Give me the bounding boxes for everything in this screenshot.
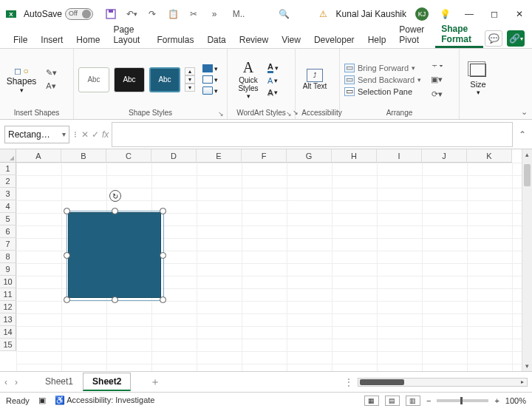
accessibility-status[interactable]: ♿ Accessibility: Investigate	[55, 396, 155, 405]
resize-handle-n[interactable]	[112, 208, 118, 214]
tab-review[interactable]: Review	[233, 32, 274, 48]
macro-recorder-icon[interactable]: ▣	[38, 396, 46, 405]
style-option-2[interactable]: Abc	[114, 67, 145, 92]
send-backward-button[interactable]: ▭Send Backward▾	[344, 75, 421, 84]
shape-effects-button[interactable]: ▾	[202, 86, 218, 95]
sheet-nav-prev-icon[interactable]: ‹	[4, 377, 7, 387]
scroll-right-icon[interactable]: ▸	[518, 379, 527, 386]
scroll-up-icon[interactable]: ▴	[522, 149, 532, 160]
save-icon[interactable]	[103, 7, 118, 21]
autosave-toggle[interactable]: AutoSave Off	[24, 8, 93, 20]
search-text[interactable]: M..	[228, 7, 250, 21]
rotation-handle[interactable]	[109, 190, 121, 202]
selection-pane-button[interactable]: ▭Selection Pane	[344, 87, 421, 96]
row-headers[interactable]: 1 2 3 4 5 6 7 8 9 10 11 12 13 14 15	[0, 163, 16, 351]
wordart-launcher-icon[interactable]: ↘	[286, 110, 292, 118]
cut-icon[interactable]: ✂	[186, 7, 201, 21]
resize-handle-e[interactable]	[160, 252, 166, 259]
cancel-formula-icon[interactable]: ✕	[81, 129, 89, 140]
bring-forward-button[interactable]: ▭Bring Forward▾	[344, 64, 421, 72]
tab-data[interactable]: Data	[201, 32, 231, 48]
shapes-button[interactable]: ◻○ Shapes ▾	[4, 66, 38, 94]
tab-page-layout[interactable]: Page Layout	[107, 21, 149, 48]
quick-styles-button[interactable]: A Quick Styles ▾	[232, 59, 265, 100]
maximize-button[interactable]: ◻	[486, 6, 502, 22]
gallery-more-icon[interactable]: ▾	[185, 84, 195, 92]
name-box[interactable]: Rectang… ▾	[4, 126, 69, 143]
resize-handle-s[interactable]	[112, 296, 118, 303]
qat-more-icon[interactable]: »	[207, 7, 222, 21]
scroll-down-icon[interactable]: ▾	[522, 361, 532, 371]
undo-icon[interactable]: ↶▾	[124, 7, 139, 21]
tab-help[interactable]: Help	[362, 32, 392, 48]
sheet-options-icon[interactable]: ⋮	[344, 377, 353, 387]
rotate-button[interactable]: ⟳▾	[430, 89, 443, 100]
close-button[interactable]: ✕	[511, 6, 528, 22]
zoom-slider[interactable]	[437, 399, 488, 402]
text-outline-button[interactable]: A▾	[267, 76, 279, 85]
sheet-tab-sheet1[interactable]: Sheet1	[35, 373, 83, 391]
alt-text-button[interactable]: ⤴ Alt Text	[300, 69, 330, 90]
tab-home[interactable]: Home	[70, 32, 106, 48]
group-button[interactable]: ▣▾	[430, 75, 443, 85]
paste-icon[interactable]: 📋	[166, 7, 180, 21]
collapse-ribbon-icon[interactable]: ⌄	[521, 107, 528, 117]
shape-outline-button[interactable]: ▾	[202, 75, 218, 84]
align-button[interactable]: ⫟▾	[430, 60, 443, 70]
text-box-icon[interactable]: A▾	[44, 81, 58, 92]
style-option-3[interactable]: Abc	[149, 67, 180, 92]
tab-file[interactable]: File	[7, 32, 33, 48]
gallery-up-icon[interactable]: ▴	[185, 67, 195, 75]
normal-view-button[interactable]: ▦	[364, 396, 379, 406]
accessibility-launcher-icon[interactable]: ↘	[293, 109, 299, 116]
lightbulb-icon[interactable]: 💡	[437, 7, 452, 21]
text-effects-button[interactable]: A▾	[267, 88, 279, 97]
tab-developer[interactable]: Developer	[308, 32, 361, 48]
add-sheet-button[interactable]: ＋	[150, 376, 160, 389]
hscroll-thumb[interactable]	[360, 379, 404, 385]
edit-shape-icon[interactable]: ✎▾	[44, 68, 58, 78]
sheet-nav-next-icon[interactable]: ›	[15, 377, 18, 387]
style-option-1[interactable]: Abc	[78, 67, 109, 92]
horizontal-scrollbar[interactable]: ◂ ▸	[358, 378, 528, 387]
page-break-view-button[interactable]: ▥	[406, 396, 420, 406]
zoom-level[interactable]: 100%	[505, 396, 526, 405]
resize-handle-nw[interactable]	[64, 208, 70, 214]
tab-view[interactable]: View	[276, 32, 307, 48]
tab-insert[interactable]: Insert	[35, 32, 69, 48]
resize-handle-ne[interactable]	[160, 208, 166, 214]
resize-handle-sw[interactable]	[64, 296, 70, 303]
gallery-down-icon[interactable]: ▾	[185, 75, 195, 84]
zoom-out-button[interactable]: −	[426, 396, 431, 405]
resize-handle-w[interactable]	[64, 252, 70, 259]
zoom-in-button[interactable]: +	[494, 396, 499, 405]
tab-shape-format[interactable]: Shape Format	[435, 21, 483, 48]
column-headers[interactable]: A B C D E F G H I J K	[16, 149, 522, 163]
tab-formulas[interactable]: Formulas	[151, 32, 200, 48]
shape-fill-button[interactable]: ▾	[202, 64, 218, 72]
resize-handle-se[interactable]	[160, 296, 166, 303]
shape-styles-gallery[interactable]: Abc Abc Abc ▴ ▾ ▾	[78, 67, 195, 92]
select-all-button[interactable]	[0, 149, 16, 163]
text-fill-button[interactable]: A▾	[267, 62, 279, 73]
comments-button[interactable]: 💬	[485, 30, 502, 47]
vertical-scrollbar[interactable]: ▴ ▾	[522, 149, 532, 371]
page-layout-view-button[interactable]: ▤	[385, 396, 400, 406]
sheet-tab-sheet2[interactable]: Sheet2	[83, 373, 131, 391]
redo-icon[interactable]: ↷	[145, 7, 160, 21]
expand-formula-bar-icon[interactable]: ⌃	[517, 129, 528, 140]
share-button[interactable]: 🔗▾	[507, 30, 525, 47]
rectangle-shape[interactable]	[68, 212, 161, 298]
formula-bar[interactable]	[112, 122, 513, 147]
chevron-down-icon[interactable]: ▾	[62, 130, 66, 138]
shape-styles-launcher-icon[interactable]: ↘	[218, 110, 224, 118]
minimize-button[interactable]: —	[461, 6, 477, 22]
size-button[interactable]: Size ▾	[464, 64, 492, 96]
fx-icon[interactable]: fx	[102, 129, 109, 140]
user-avatar[interactable]: KJ	[415, 7, 429, 21]
search-icon[interactable]: 🔍	[277, 7, 292, 21]
scroll-thumb[interactable]	[524, 164, 531, 186]
tab-power-pivot[interactable]: Power Pivot	[393, 21, 434, 48]
worksheet-grid[interactable]: A B C D E F G H I J K 1 2 3 4 5 6 7 8 9 …	[0, 149, 532, 371]
warning-icon[interactable]: ⚠	[319, 9, 327, 19]
